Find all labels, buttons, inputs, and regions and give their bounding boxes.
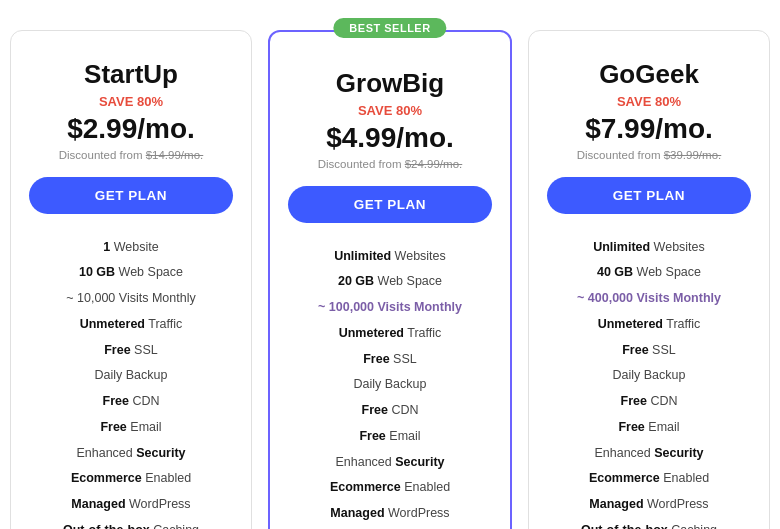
plan-name-growbig: GrowBig bbox=[336, 68, 444, 99]
plan-name-startup: StartUp bbox=[84, 59, 178, 90]
plan-card-gogeek: GoGeekSAVE 80%$7.99/mo.Discounted from $… bbox=[528, 30, 770, 529]
feature-item: Free CDN bbox=[29, 389, 233, 415]
feature-item: 40 GB Web Space bbox=[547, 260, 751, 286]
feature-item: 20 GB Web Space bbox=[288, 269, 492, 295]
feature-item: Free SSL bbox=[29, 337, 233, 363]
price-startup: $2.99/mo. bbox=[67, 113, 195, 145]
best-seller-badge: BEST SELLER bbox=[333, 18, 446, 38]
feature-item: Ecommerce Enabled bbox=[547, 466, 751, 492]
get-plan-button-startup[interactable]: GET PLAN bbox=[29, 177, 233, 214]
discounted-from-gogeek: Discounted from $39.99/mo. bbox=[577, 149, 721, 161]
feature-item: Daily Backup bbox=[288, 372, 492, 398]
price-growbig: $4.99/mo. bbox=[326, 122, 454, 154]
discounted-from-growbig: Discounted from $24.99/mo. bbox=[318, 158, 462, 170]
save-label-startup: SAVE 80% bbox=[99, 94, 163, 109]
feature-item: ~ 100,000 Visits Monthly bbox=[288, 295, 492, 321]
feature-item: Free SSL bbox=[288, 346, 492, 372]
features-list-gogeek: Unlimited Websites40 GB Web Space~ 400,0… bbox=[547, 234, 751, 529]
feature-item: Unmetered Traffic bbox=[547, 311, 751, 337]
feature-item: Unlimited Websites bbox=[288, 243, 492, 269]
feature-item: ~ 400,000 Visits Monthly bbox=[547, 286, 751, 312]
feature-item: 10 GB Web Space bbox=[29, 260, 233, 286]
get-plan-button-gogeek[interactable]: GET PLAN bbox=[547, 177, 751, 214]
feature-item: Unmetered Traffic bbox=[288, 320, 492, 346]
feature-item: Free Email bbox=[288, 423, 492, 449]
plan-card-startup: StartUpSAVE 80%$2.99/mo.Discounted from … bbox=[10, 30, 252, 529]
feature-item: Out-of-the-box Caching bbox=[547, 517, 751, 529]
price-gogeek: $7.99/mo. bbox=[585, 113, 713, 145]
feature-item: Daily Backup bbox=[29, 363, 233, 389]
feature-item: Enhanced Security bbox=[29, 440, 233, 466]
get-plan-button-growbig[interactable]: GET PLAN bbox=[288, 186, 492, 223]
feature-item: Unmetered Traffic bbox=[29, 311, 233, 337]
discounted-from-startup: Discounted from $14.99/mo. bbox=[59, 149, 203, 161]
plan-name-gogeek: GoGeek bbox=[599, 59, 699, 90]
feature-item: Enhanced Security bbox=[547, 440, 751, 466]
features-list-growbig: Unlimited Websites20 GB Web Space~ 100,0… bbox=[288, 243, 492, 529]
feature-item: Daily Backup bbox=[547, 363, 751, 389]
feature-item: Unlimited Websites bbox=[547, 234, 751, 260]
feature-item: Managed WordPress bbox=[547, 492, 751, 518]
save-label-gogeek: SAVE 80% bbox=[617, 94, 681, 109]
save-label-growbig: SAVE 80% bbox=[358, 103, 422, 118]
feature-item: Free SSL bbox=[547, 337, 751, 363]
feature-item: ~ 10,000 Visits Monthly bbox=[29, 286, 233, 312]
feature-item: Managed WordPress bbox=[288, 501, 492, 527]
plan-card-growbig: BEST SELLERGrowBigSAVE 80%$4.99/mo.Disco… bbox=[268, 30, 512, 529]
feature-item: Managed WordPress bbox=[29, 492, 233, 518]
feature-item: Free Email bbox=[547, 414, 751, 440]
pricing-container: StartUpSAVE 80%$2.99/mo.Discounted from … bbox=[10, 30, 770, 529]
feature-item: Out-of-the-box Caching bbox=[29, 517, 233, 529]
feature-item: Ecommerce Enabled bbox=[288, 475, 492, 501]
feature-item: Enhanced Security bbox=[288, 449, 492, 475]
feature-item: Free CDN bbox=[288, 398, 492, 424]
feature-item: Free CDN bbox=[547, 389, 751, 415]
feature-item: Free Email bbox=[29, 414, 233, 440]
feature-item: 1 Website bbox=[29, 234, 233, 260]
feature-item: Ecommerce Enabled bbox=[29, 466, 233, 492]
features-list-startup: 1 Website10 GB Web Space~ 10,000 Visits … bbox=[29, 234, 233, 529]
